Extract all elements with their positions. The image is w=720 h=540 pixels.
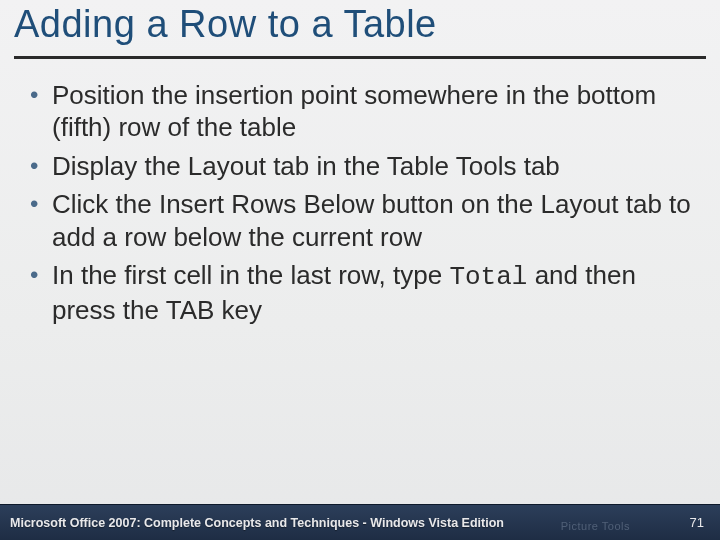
bullet-text: Click the Insert Rows Below button on th…	[52, 189, 691, 252]
bullet-text: Display the Layout tab in the Table Tool…	[52, 151, 560, 181]
footer-ghost-text: Picture Tools	[561, 520, 630, 532]
slide-title: Adding a Row to a Table	[14, 4, 706, 46]
page-number: 71	[690, 515, 704, 530]
footer-text: Microsoft Office 2007: Complete Concepts…	[10, 516, 504, 530]
list-item: Display the Layout tab in the Table Tool…	[28, 150, 692, 183]
bullet-text-prefix: In the first cell in the last row, type	[52, 260, 449, 290]
body-area: Position the insertion point somewhere i…	[0, 59, 720, 327]
bullet-list: Position the insertion point somewhere i…	[28, 79, 692, 327]
title-area: Adding a Row to a Table	[0, 0, 720, 46]
list-item: Click the Insert Rows Below button on th…	[28, 188, 692, 253]
footer-bar: Microsoft Office 2007: Complete Concepts…	[0, 504, 720, 540]
slide: Adding a Row to a Table Position the ins…	[0, 0, 720, 540]
list-item: Position the insertion point somewhere i…	[28, 79, 692, 144]
list-item: In the first cell in the last row, type …	[28, 259, 692, 326]
bullet-text: Position the insertion point somewhere i…	[52, 80, 656, 143]
bullet-code: Total	[449, 262, 527, 292]
